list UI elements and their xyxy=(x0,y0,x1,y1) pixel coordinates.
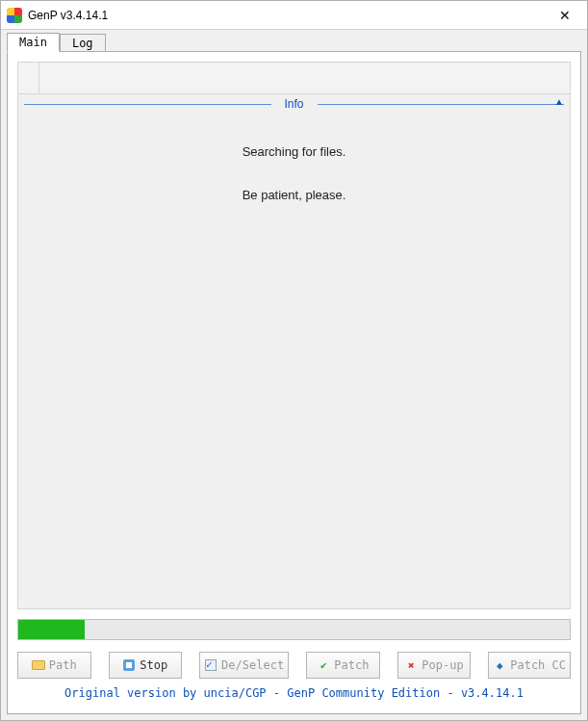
shield-green-icon: ✔ xyxy=(317,658,330,672)
collapse-icon[interactable]: ▲ xyxy=(554,96,564,107)
divider-line xyxy=(24,104,271,105)
stop-icon xyxy=(122,658,136,672)
info-panel-title: Info xyxy=(277,97,312,111)
divider-line xyxy=(318,104,565,105)
app-icon xyxy=(7,8,22,23)
grid-header xyxy=(39,63,570,93)
titlebar: GenP v3.4.14.1 ✕ xyxy=(1,1,587,30)
popup-button[interactable]: ✖ Pop-up xyxy=(397,652,472,679)
file-list-header xyxy=(17,62,571,94)
tabstrip: Main Log xyxy=(1,30,587,51)
tab-main-label: Main xyxy=(19,36,47,49)
app-window: GenP v3.4.14.1 ✕ Main Log Info ▲ Searchi… xyxy=(0,0,588,721)
progress-bar xyxy=(17,619,571,640)
path-button-label: Path xyxy=(49,658,77,672)
info-panel-header[interactable]: Info ▲ xyxy=(18,94,570,114)
stop-button-label: Stop xyxy=(140,658,167,672)
patch-button[interactable]: ✔ Patch xyxy=(306,652,380,679)
progress-fill xyxy=(18,620,85,639)
shield-blue-icon: ◆ xyxy=(493,658,506,672)
deselect-button[interactable]: De/Select xyxy=(199,652,289,679)
close-icon: ✕ xyxy=(559,8,571,23)
deselect-button-label: De/Select xyxy=(221,658,284,672)
status-line-2: Be patient, please. xyxy=(18,188,570,202)
status-line-1: Searching for files. xyxy=(18,144,570,159)
tab-log-label: Log xyxy=(72,37,93,50)
tab-main[interactable]: Main xyxy=(7,33,60,52)
close-button[interactable]: ✕ xyxy=(543,1,587,29)
info-panel-body: Searching for files. Be patient, please. xyxy=(18,114,570,608)
tab-log[interactable]: Log xyxy=(60,34,106,52)
grid-corner xyxy=(18,63,39,93)
footer-text: Original version by uncia/CGP - GenP Com… xyxy=(17,679,571,704)
popup-button-label: Pop-up xyxy=(422,658,463,672)
shield-red-icon: ✖ xyxy=(404,658,418,672)
window-title: GenP v3.4.14.1 xyxy=(28,9,543,22)
folder-icon xyxy=(32,658,45,672)
path-button[interactable]: Path xyxy=(17,652,91,679)
patchcc-button-label: Patch CC xyxy=(510,658,566,672)
stop-button[interactable]: Stop xyxy=(109,652,183,679)
patch-button-label: Patch xyxy=(334,658,369,672)
main-tab-pane: Info ▲ Searching for files. Be patient, … xyxy=(7,51,581,714)
check-icon xyxy=(204,658,217,672)
button-row: Path Stop De/Select ✔ Patch ✖ Pop-up ◆ P… xyxy=(17,652,571,679)
patchcc-button[interactable]: ◆ Patch CC xyxy=(488,652,571,679)
info-panel: Info ▲ Searching for files. Be patient, … xyxy=(17,94,571,609)
